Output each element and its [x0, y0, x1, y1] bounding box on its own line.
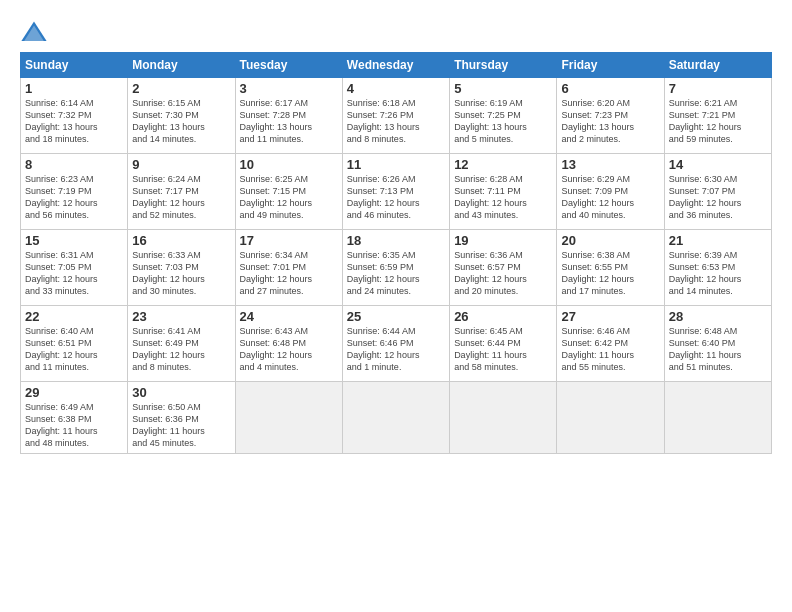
- page-container: SundayMondayTuesdayWednesdayThursdayFrid…: [0, 0, 792, 464]
- day-number: 27: [561, 309, 659, 324]
- day-info: Sunrise: 6:36 AMSunset: 6:57 PMDaylight:…: [454, 249, 552, 298]
- day-info: Sunrise: 6:46 AMSunset: 6:42 PMDaylight:…: [561, 325, 659, 374]
- day-cell-25: 25Sunrise: 6:44 AMSunset: 6:46 PMDayligh…: [342, 306, 449, 382]
- column-header-saturday: Saturday: [664, 53, 771, 78]
- day-info: Sunrise: 6:49 AMSunset: 6:38 PMDaylight:…: [25, 401, 123, 450]
- day-cell-16: 16Sunrise: 6:33 AMSunset: 7:03 PMDayligh…: [128, 230, 235, 306]
- day-cell-29: 29Sunrise: 6:49 AMSunset: 6:38 PMDayligh…: [21, 382, 128, 454]
- column-header-sunday: Sunday: [21, 53, 128, 78]
- day-cell-14: 14Sunrise: 6:30 AMSunset: 7:07 PMDayligh…: [664, 154, 771, 230]
- day-info: Sunrise: 6:30 AMSunset: 7:07 PMDaylight:…: [669, 173, 767, 222]
- day-number: 23: [132, 309, 230, 324]
- day-info: Sunrise: 6:44 AMSunset: 6:46 PMDaylight:…: [347, 325, 445, 374]
- day-info: Sunrise: 6:50 AMSunset: 6:36 PMDaylight:…: [132, 401, 230, 450]
- day-number: 5: [454, 81, 552, 96]
- day-cell-3: 3Sunrise: 6:17 AMSunset: 7:28 PMDaylight…: [235, 78, 342, 154]
- day-number: 10: [240, 157, 338, 172]
- day-info: Sunrise: 6:14 AMSunset: 7:32 PMDaylight:…: [25, 97, 123, 146]
- column-header-wednesday: Wednesday: [342, 53, 449, 78]
- day-info: Sunrise: 6:35 AMSunset: 6:59 PMDaylight:…: [347, 249, 445, 298]
- day-number: 12: [454, 157, 552, 172]
- day-info: Sunrise: 6:40 AMSunset: 6:51 PMDaylight:…: [25, 325, 123, 374]
- day-info: Sunrise: 6:31 AMSunset: 7:05 PMDaylight:…: [25, 249, 123, 298]
- week-row-3: 15Sunrise: 6:31 AMSunset: 7:05 PMDayligh…: [21, 230, 772, 306]
- day-number: 24: [240, 309, 338, 324]
- day-cell-10: 10Sunrise: 6:25 AMSunset: 7:15 PMDayligh…: [235, 154, 342, 230]
- day-number: 16: [132, 233, 230, 248]
- day-cell-13: 13Sunrise: 6:29 AMSunset: 7:09 PMDayligh…: [557, 154, 664, 230]
- day-number: 6: [561, 81, 659, 96]
- day-cell-8: 8Sunrise: 6:23 AMSunset: 7:19 PMDaylight…: [21, 154, 128, 230]
- day-number: 2: [132, 81, 230, 96]
- day-info: Sunrise: 6:26 AMSunset: 7:13 PMDaylight:…: [347, 173, 445, 222]
- empty-cell: [450, 382, 557, 454]
- day-number: 8: [25, 157, 123, 172]
- day-info: Sunrise: 6:24 AMSunset: 7:17 PMDaylight:…: [132, 173, 230, 222]
- calendar-table: SundayMondayTuesdayWednesdayThursdayFrid…: [20, 52, 772, 454]
- day-cell-19: 19Sunrise: 6:36 AMSunset: 6:57 PMDayligh…: [450, 230, 557, 306]
- day-cell-24: 24Sunrise: 6:43 AMSunset: 6:48 PMDayligh…: [235, 306, 342, 382]
- day-number: 19: [454, 233, 552, 248]
- day-cell-12: 12Sunrise: 6:28 AMSunset: 7:11 PMDayligh…: [450, 154, 557, 230]
- column-header-tuesday: Tuesday: [235, 53, 342, 78]
- day-info: Sunrise: 6:19 AMSunset: 7:25 PMDaylight:…: [454, 97, 552, 146]
- day-cell-6: 6Sunrise: 6:20 AMSunset: 7:23 PMDaylight…: [557, 78, 664, 154]
- day-cell-2: 2Sunrise: 6:15 AMSunset: 7:30 PMDaylight…: [128, 78, 235, 154]
- day-number: 11: [347, 157, 445, 172]
- day-info: Sunrise: 6:23 AMSunset: 7:19 PMDaylight:…: [25, 173, 123, 222]
- day-cell-27: 27Sunrise: 6:46 AMSunset: 6:42 PMDayligh…: [557, 306, 664, 382]
- day-cell-4: 4Sunrise: 6:18 AMSunset: 7:26 PMDaylight…: [342, 78, 449, 154]
- week-row-1: 1Sunrise: 6:14 AMSunset: 7:32 PMDaylight…: [21, 78, 772, 154]
- day-number: 22: [25, 309, 123, 324]
- empty-cell: [557, 382, 664, 454]
- day-cell-23: 23Sunrise: 6:41 AMSunset: 6:49 PMDayligh…: [128, 306, 235, 382]
- day-cell-21: 21Sunrise: 6:39 AMSunset: 6:53 PMDayligh…: [664, 230, 771, 306]
- day-cell-22: 22Sunrise: 6:40 AMSunset: 6:51 PMDayligh…: [21, 306, 128, 382]
- column-header-friday: Friday: [557, 53, 664, 78]
- day-info: Sunrise: 6:45 AMSunset: 6:44 PMDaylight:…: [454, 325, 552, 374]
- day-cell-17: 17Sunrise: 6:34 AMSunset: 7:01 PMDayligh…: [235, 230, 342, 306]
- day-number: 29: [25, 385, 123, 400]
- day-info: Sunrise: 6:34 AMSunset: 7:01 PMDaylight:…: [240, 249, 338, 298]
- day-number: 4: [347, 81, 445, 96]
- day-number: 25: [347, 309, 445, 324]
- day-cell-5: 5Sunrise: 6:19 AMSunset: 7:25 PMDaylight…: [450, 78, 557, 154]
- day-number: 14: [669, 157, 767, 172]
- day-number: 30: [132, 385, 230, 400]
- day-info: Sunrise: 6:41 AMSunset: 6:49 PMDaylight:…: [132, 325, 230, 374]
- day-cell-28: 28Sunrise: 6:48 AMSunset: 6:40 PMDayligh…: [664, 306, 771, 382]
- day-number: 3: [240, 81, 338, 96]
- empty-cell: [664, 382, 771, 454]
- day-cell-30: 30Sunrise: 6:50 AMSunset: 6:36 PMDayligh…: [128, 382, 235, 454]
- day-number: 21: [669, 233, 767, 248]
- logo: [20, 20, 50, 48]
- week-row-2: 8Sunrise: 6:23 AMSunset: 7:19 PMDaylight…: [21, 154, 772, 230]
- day-cell-11: 11Sunrise: 6:26 AMSunset: 7:13 PMDayligh…: [342, 154, 449, 230]
- day-info: Sunrise: 6:43 AMSunset: 6:48 PMDaylight:…: [240, 325, 338, 374]
- empty-cell: [235, 382, 342, 454]
- header-row: SundayMondayTuesdayWednesdayThursdayFrid…: [21, 53, 772, 78]
- day-number: 7: [669, 81, 767, 96]
- day-info: Sunrise: 6:18 AMSunset: 7:26 PMDaylight:…: [347, 97, 445, 146]
- day-info: Sunrise: 6:28 AMSunset: 7:11 PMDaylight:…: [454, 173, 552, 222]
- day-info: Sunrise: 6:21 AMSunset: 7:21 PMDaylight:…: [669, 97, 767, 146]
- day-cell-9: 9Sunrise: 6:24 AMSunset: 7:17 PMDaylight…: [128, 154, 235, 230]
- day-number: 13: [561, 157, 659, 172]
- day-number: 18: [347, 233, 445, 248]
- day-info: Sunrise: 6:48 AMSunset: 6:40 PMDaylight:…: [669, 325, 767, 374]
- day-info: Sunrise: 6:33 AMSunset: 7:03 PMDaylight:…: [132, 249, 230, 298]
- day-info: Sunrise: 6:15 AMSunset: 7:30 PMDaylight:…: [132, 97, 230, 146]
- day-cell-1: 1Sunrise: 6:14 AMSunset: 7:32 PMDaylight…: [21, 78, 128, 154]
- header: [20, 16, 772, 48]
- day-info: Sunrise: 6:39 AMSunset: 6:53 PMDaylight:…: [669, 249, 767, 298]
- day-cell-18: 18Sunrise: 6:35 AMSunset: 6:59 PMDayligh…: [342, 230, 449, 306]
- day-number: 9: [132, 157, 230, 172]
- week-row-4: 22Sunrise: 6:40 AMSunset: 6:51 PMDayligh…: [21, 306, 772, 382]
- day-number: 28: [669, 309, 767, 324]
- column-header-monday: Monday: [128, 53, 235, 78]
- day-cell-7: 7Sunrise: 6:21 AMSunset: 7:21 PMDaylight…: [664, 78, 771, 154]
- day-info: Sunrise: 6:17 AMSunset: 7:28 PMDaylight:…: [240, 97, 338, 146]
- day-number: 17: [240, 233, 338, 248]
- day-number: 26: [454, 309, 552, 324]
- column-header-thursday: Thursday: [450, 53, 557, 78]
